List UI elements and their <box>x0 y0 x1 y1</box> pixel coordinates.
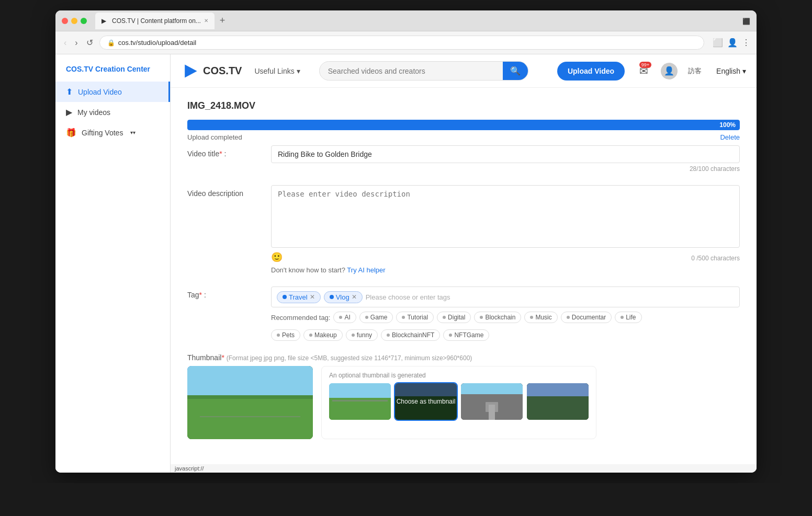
language-selector[interactable]: English ▾ <box>716 67 746 75</box>
reload-button[interactable]: ↺ <box>84 36 95 50</box>
tags-input[interactable]: Travel ✕ Vlog ✕ Please choose or enter t… <box>271 286 740 307</box>
address-input-bar[interactable]: 🔒 cos.tv/studio/upload/detail <box>99 36 704 50</box>
sidebar-toggle-button[interactable]: ⬜ <box>713 38 723 48</box>
description-textarea[interactable] <box>271 185 740 248</box>
thumbnail-label-area: Thumbnail* (Format jpeg jpg png, file si… <box>187 353 472 362</box>
sidebar-title: COS.TV Creation Center <box>55 65 170 82</box>
address-bar: ‹ › ↺ 🔒 cos.tv/studio/upload/detail ⬜ 👤 … <box>55 31 757 54</box>
statusbar-text: javascript:// <box>175 465 204 472</box>
upload-video-button[interactable]: Upload Video <box>557 62 625 81</box>
tag-chip-vlog[interactable]: Vlog ✕ <box>324 291 363 303</box>
tag-control: Travel ✕ Vlog ✕ Please choose or enter t… <box>271 286 740 341</box>
thumbnail-main-image <box>187 366 313 439</box>
video-description-label: Video description <box>187 185 271 198</box>
logo-text: COS.TV <box>203 65 242 77</box>
thumbnail-row: Thumbnail* (Format jpeg jpg png, file si… <box>187 353 740 439</box>
thumbnail-hint: (Format jpeg jpg png, file size <5MB, su… <box>227 354 472 362</box>
new-tab-button[interactable]: + <box>217 15 229 26</box>
tag-dot <box>330 295 334 299</box>
logo-icon <box>181 62 200 81</box>
ai-helper-link[interactable]: Try AI helper <box>347 266 385 274</box>
video-title-label: Video title* : <box>187 145 271 158</box>
progress-bar-background: 100% <box>187 120 740 130</box>
maximize-button[interactable] <box>81 18 87 24</box>
chevron-down-icon: ▾ <box>130 130 136 135</box>
browser-actions: ⬜ 👤 ⋮ <box>713 38 750 48</box>
search-input[interactable] <box>320 62 503 80</box>
rec-tag-game[interactable]: Game <box>359 312 393 323</box>
thumbnail-options-panel: An optional thumbnail is generated <box>321 366 596 439</box>
forward-button[interactable]: › <box>73 36 80 50</box>
rec-tag-blockchain[interactable]: Blockchain <box>474 312 521 323</box>
sidebar-item-my-videos-label: My videos <box>77 108 110 117</box>
page-layout: COS.TV Creation Center ⬆ Upload Video ▶ … <box>55 54 757 473</box>
search-button[interactable]: 🔍 <box>503 62 528 80</box>
thumbnail-option-1[interactable] <box>329 383 391 420</box>
rec-tag-blockchainnft[interactable]: BlockchainNFT <box>381 329 440 341</box>
sidebar-item-upload-video[interactable]: ⬆ Upload Video <box>55 82 170 102</box>
avatar[interactable]: 👤 <box>661 63 678 79</box>
rec-tag-life[interactable]: Life <box>615 312 641 323</box>
titlebar: ▶ COS.TV | Content platform on... ✕ + ⬛ <box>55 10 757 31</box>
more-options-button[interactable]: ⋮ <box>742 38 750 48</box>
browser-window: ▶ COS.TV | Content platform on... ✕ + ⬛ … <box>55 10 757 473</box>
thumbnail-label: Thumbnail* (Format jpeg jpg png, file si… <box>187 353 472 362</box>
description-footer: 🙂 0 /500 characters <box>271 251 740 263</box>
logo-area: COS.TV <box>181 62 242 81</box>
tag-placeholder: Please choose or enter tags <box>366 293 450 301</box>
chevron-down-icon: ▾ <box>742 67 746 75</box>
tags-row: Tag* : Travel ✕ Vlog ✕ <box>187 286 740 341</box>
tab-label: COS.TV | Content platform on... <box>112 17 201 25</box>
delete-link[interactable]: Delete <box>720 133 740 141</box>
rec-tag-music[interactable]: Music <box>524 312 557 323</box>
upload-status: Upload completed <box>187 133 242 141</box>
description-char-count: 0 /500 characters <box>691 255 740 262</box>
rec-tag-digital[interactable]: Digital <box>437 312 471 323</box>
tab-favicon: ▶ <box>102 17 109 25</box>
video-description-control: 🙂 0 /500 characters Don't know how to st… <box>271 185 740 274</box>
tag-remove-travel[interactable]: ✕ <box>310 293 315 301</box>
rec-tag-tutorial[interactable]: Tutorial <box>396 312 434 323</box>
tab-close-button[interactable]: ✕ <box>204 18 208 24</box>
rec-tag-makeup[interactable]: Makeup <box>303 329 343 341</box>
traffic-lights <box>62 18 87 24</box>
sidebar-item-gifting-votes[interactable]: 🎁 Gifting Votes ▾ <box>55 122 170 143</box>
rec-tag-funny[interactable]: funny <box>346 329 378 341</box>
progress-percent: 100% <box>719 121 736 129</box>
top-navbar: COS.TV Useful Links ▾ 🔍 Upload Video ✉ 9… <box>171 54 757 88</box>
sidebar: COS.TV Creation Center ⬆ Upload Video ▶ … <box>55 54 171 473</box>
upload-icon: ⬆ <box>66 87 73 97</box>
rec-tag-ai[interactable]: AI <box>333 312 356 323</box>
thumbnail-option-2[interactable]: Choose as thumbnail <box>395 383 457 420</box>
language-label: English <box>716 67 740 75</box>
tag-chip-travel[interactable]: Travel ✕ <box>277 291 321 303</box>
notification-badge: 99+ <box>639 62 651 68</box>
thumbnail-option-3[interactable] <box>461 383 523 420</box>
address-text: cos.tv/studio/upload/detail <box>118 39 197 47</box>
user-profile-button[interactable]: 👤 <box>727 38 738 48</box>
useful-links-menu[interactable]: Useful Links ▾ <box>254 67 300 75</box>
back-button[interactable]: ‹ <box>62 36 69 50</box>
tab-bar: ▶ COS.TV | Content platform on... ✕ + <box>95 13 738 29</box>
sidebar-item-upload-video-label: Upload Video <box>78 88 122 96</box>
progress-meta: Upload completed Delete <box>187 133 740 141</box>
active-tab[interactable]: ▶ COS.TV | Content platform on... ✕ <box>95 13 215 29</box>
video-title-control: 28/100 characters <box>271 145 740 173</box>
tag-remove-vlog[interactable]: ✕ <box>352 293 357 301</box>
progress-container: 100% Upload completed Delete <box>187 120 740 141</box>
title-char-count: 28/100 characters <box>271 165 740 173</box>
tag-chip-travel-label: Travel <box>289 293 308 301</box>
sidebar-item-my-videos[interactable]: ▶ My videos <box>55 102 170 122</box>
rec-tag-documentar[interactable]: Documentar <box>561 312 612 323</box>
description-textarea-wrap <box>271 185 740 249</box>
minimize-button[interactable] <box>71 18 77 24</box>
emoji-button[interactable]: 🙂 <box>271 251 283 263</box>
choose-as-thumbnail-button[interactable]: Choose as thumbnail <box>395 383 457 420</box>
play-icon: ▶ <box>66 107 72 117</box>
rec-tag-nftgame[interactable]: NFTGame <box>443 329 489 341</box>
thumbnail-main-preview <box>187 366 313 439</box>
close-button[interactable] <box>62 18 68 24</box>
video-title-input[interactable] <box>271 145 740 163</box>
thumbnail-option-4[interactable] <box>527 383 589 420</box>
rec-tag-pets[interactable]: Pets <box>271 329 300 341</box>
